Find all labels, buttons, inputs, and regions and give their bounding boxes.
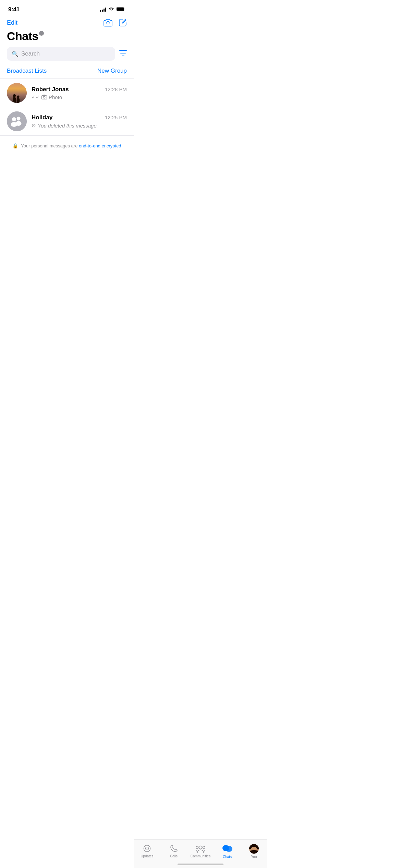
encryption-notice: 🔒 Your personal messages are end-to-end … [0, 136, 134, 156]
svg-point-13 [17, 117, 21, 121]
wifi-icon [108, 7, 114, 13]
chat-name-holiday: Holiday [32, 114, 52, 121]
camera-button[interactable] [104, 19, 112, 27]
chat-item-robert-jonas[interactable]: Robert Jonas 12:28 PM ✓✓ Photo [0, 79, 134, 107]
compose-button[interactable] [119, 19, 127, 27]
new-group-button[interactable]: New Group [97, 68, 127, 74]
avatar-holiday [7, 111, 27, 131]
chat-name-robert-jonas: Robert Jonas [32, 86, 69, 93]
broadcast-lists-button[interactable]: Broadcast Lists [7, 68, 47, 74]
chat-preview-text-robert-jonas: Photo [49, 94, 62, 100]
svg-point-5 [13, 94, 16, 97]
search-bar[interactable]: 🔍 Search [7, 47, 115, 61]
avatar-robert-jonas [7, 83, 27, 103]
chat-item-holiday[interactable]: Holiday 12:25 PM ⊘ You deleted this mess… [0, 107, 134, 136]
battery-icon [116, 7, 125, 13]
svg-point-7 [17, 96, 20, 98]
page-title: Chats [7, 29, 127, 43]
svg-rect-8 [42, 96, 47, 99]
search-placeholder: Search [21, 50, 40, 57]
chat-preview-holiday: ⊘ You deleted this message. [32, 122, 127, 129]
double-tick-icon: ✓✓ [32, 94, 40, 100]
chat-preview-text-holiday: You deleted this message. [38, 123, 98, 129]
edit-button[interactable]: Edit [7, 19, 17, 26]
quick-actions: Broadcast Lists New Group [0, 66, 134, 79]
svg-point-0 [111, 11, 112, 12]
page-header: Chats [0, 29, 134, 47]
camera-preview-icon [41, 95, 47, 99]
lock-icon: 🔒 [12, 143, 18, 148]
svg-point-9 [43, 96, 45, 98]
encryption-link[interactable]: end-to-end encrypted [79, 143, 121, 148]
nav-icons [104, 19, 127, 27]
signal-icon [100, 8, 106, 12]
svg-point-10 [7, 111, 27, 131]
search-container: 🔍 Search [0, 47, 134, 66]
notification-dot [39, 31, 44, 36]
status-icons [100, 7, 125, 13]
chat-time-robert-jonas: 12:28 PM [105, 86, 127, 92]
svg-point-11 [12, 117, 16, 121]
status-bar: 9:41 [0, 0, 134, 17]
status-time: 9:41 [8, 6, 20, 13]
chat-preview-robert-jonas: ✓✓ Photo [32, 94, 127, 100]
svg-rect-2 [117, 8, 124, 11]
deleted-icon: ⊘ [32, 122, 36, 129]
chat-content-holiday: Holiday 12:25 PM ⊘ You deleted this mess… [32, 114, 127, 129]
filter-icon[interactable] [119, 50, 127, 58]
encryption-text: Your personal messages are end-to-end en… [21, 143, 121, 149]
svg-point-14 [16, 121, 22, 126]
chat-content-robert-jonas: Robert Jonas 12:28 PM ✓✓ Photo [32, 86, 127, 100]
search-icon: 🔍 [12, 51, 19, 57]
chat-list: Robert Jonas 12:28 PM ✓✓ Photo [0, 79, 134, 136]
chat-time-holiday: 12:25 PM [105, 114, 127, 120]
top-navigation: Edit [0, 17, 134, 29]
